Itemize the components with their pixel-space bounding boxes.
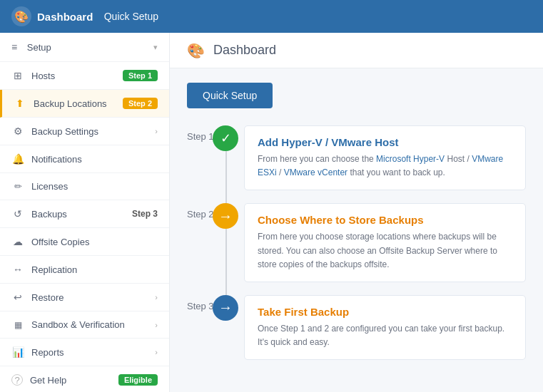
sidebar-item-backup-settings[interactable]: ⚙ Backup Settings › bbox=[0, 118, 169, 145]
replication-label: Replication bbox=[31, 264, 158, 275]
step-3-title: Take First Backup bbox=[258, 306, 512, 318]
get-help-badge: Eligible bbox=[118, 374, 158, 386]
sidebar-item-sandbox-verification[interactable]: ▦ Sandbox & Verification › bbox=[0, 311, 169, 339]
setup-label: Setup bbox=[27, 42, 51, 53]
notifications-icon: 🔔 bbox=[11, 153, 24, 165]
offsite-copies-icon: ☁ bbox=[11, 236, 24, 247]
reports-chevron: › bbox=[155, 348, 158, 356]
replication-icon: ↔ bbox=[11, 264, 24, 275]
restore-icon: ↩ bbox=[11, 292, 24, 303]
sidebar-item-get-help[interactable]: ? Get Help Eligible bbox=[0, 366, 169, 392]
hosts-badge: Step 1 bbox=[123, 70, 158, 81]
sidebar: ≡ Setup ▾ ⊞ Hosts Step 1 ⬆ Backup Locati… bbox=[0, 33, 170, 392]
sidebar-item-restore[interactable]: ↩ Restore › bbox=[0, 284, 169, 311]
content-body: Quick Setup Step 1 ✓ Add Hyper-V / VMwar… bbox=[170, 68, 543, 387]
quick-setup-nav-label[interactable]: Quick Setup bbox=[104, 11, 158, 22]
step-3-card: Take First Backup Once Step 1 and 2 are … bbox=[244, 295, 526, 360]
step-2-title: Choose Where to Store Backups bbox=[258, 214, 512, 226]
main-header-icon: 🎨 bbox=[187, 42, 205, 59]
brand-label: Dashboard bbox=[37, 11, 93, 23]
step-3-entry: Step 3 → Take First Backup Once Step 1 a… bbox=[244, 295, 526, 360]
get-help-label: Get Help bbox=[30, 375, 118, 386]
sidebar-item-backups[interactable]: ↺ Backups Step 3 bbox=[0, 200, 169, 228]
restore-chevron: › bbox=[155, 293, 158, 301]
step-2-entry: Step 2 → Choose Where to Store Backups F… bbox=[244, 203, 526, 282]
sidebar-item-notifications[interactable]: 🔔 Notifications bbox=[0, 145, 169, 173]
notifications-label: Notifications bbox=[31, 154, 158, 165]
sandbox-chevron: › bbox=[155, 321, 158, 329]
get-help-icon: ? bbox=[11, 374, 23, 386]
setup-section-header[interactable]: ≡ Setup ▾ bbox=[0, 33, 169, 62]
hosts-icon: ⊞ bbox=[11, 70, 24, 81]
licenses-icon: ✏ bbox=[11, 181, 24, 192]
brand: 🎨 Dashboard Quick Setup bbox=[0, 6, 170, 26]
dashboard-icon: 🎨 bbox=[11, 6, 31, 26]
backup-settings-chevron: › bbox=[155, 127, 158, 135]
setup-chevron: ▾ bbox=[153, 43, 158, 52]
step-2-desc: From here you choose storage locations w… bbox=[258, 230, 512, 272]
main-header-title: Dashboard bbox=[213, 43, 276, 58]
step-1-label: Step 1 bbox=[187, 131, 214, 142]
step-1-circle: ✓ bbox=[213, 125, 238, 151]
step-2-label: Step 2 bbox=[187, 209, 214, 220]
setup-icon: ≡ bbox=[11, 41, 17, 53]
backup-settings-label: Backup Settings bbox=[31, 126, 155, 137]
restore-label: Restore bbox=[31, 292, 155, 303]
step-1-entry: Step 1 ✓ Add Hyper-V / VMware Host From … bbox=[244, 125, 526, 190]
sidebar-item-hosts[interactable]: ⊞ Hosts Step 1 bbox=[0, 62, 169, 90]
sidebar-item-replication[interactable]: ↔ Replication bbox=[0, 256, 169, 284]
backup-locations-icon: ⬆ bbox=[14, 98, 26, 109]
step-2-card: Choose Where to Store Backups From here … bbox=[244, 203, 526, 282]
step-1-title: Add Hyper-V / VMware Host bbox=[258, 136, 512, 148]
backups-step: Step 3 bbox=[132, 209, 158, 219]
offsite-copies-label: Offsite Copies bbox=[31, 237, 158, 247]
backup-locations-badge: Step 2 bbox=[123, 98, 158, 109]
main-header: 🎨 Dashboard bbox=[170, 33, 543, 68]
steps-container: Step 1 ✓ Add Hyper-V / VMware Host From … bbox=[187, 125, 526, 360]
licenses-label: Licenses bbox=[31, 181, 158, 192]
sidebar-item-backup-locations[interactable]: ⬆ Backup Locations Step 2 bbox=[0, 90, 169, 118]
sandbox-label: Sandbox & Verification bbox=[31, 319, 155, 330]
step-1-card: Add Hyper-V / VMware Host From here you … bbox=[244, 125, 526, 190]
sidebar-item-offsite-copies[interactable]: ☁ Offsite Copies bbox=[0, 228, 169, 256]
layout: ≡ Setup ▾ ⊞ Hosts Step 1 ⬆ Backup Locati… bbox=[0, 33, 543, 392]
step-3-desc: Once Step 1 and 2 are configured you can… bbox=[258, 322, 512, 349]
hosts-label: Hosts bbox=[31, 71, 123, 81]
step-1-highlight-1: Microsoft Hyper-V bbox=[376, 154, 445, 164]
backups-icon: ↺ bbox=[11, 208, 24, 220]
reports-icon: 📊 bbox=[11, 346, 24, 358]
step-1-highlight-3: VMware vCenter bbox=[284, 167, 347, 177]
sidebar-item-reports[interactable]: 📊 Reports › bbox=[0, 339, 169, 366]
backup-locations-label: Backup Locations bbox=[34, 98, 123, 109]
reports-label: Reports bbox=[31, 347, 155, 358]
step-3-circle: → bbox=[213, 295, 238, 321]
step-1-desc: From here you can choose the Microsoft H… bbox=[258, 153, 512, 180]
step-3-label: Step 3 bbox=[187, 301, 214, 311]
main-content: 🎨 Dashboard Quick Setup Step 1 ✓ Add Hyp… bbox=[170, 33, 543, 392]
step-2-circle: → bbox=[213, 203, 238, 229]
backups-label: Backups bbox=[31, 209, 132, 220]
sandbox-icon: ▦ bbox=[11, 320, 24, 330]
quick-setup-button[interactable]: Quick Setup bbox=[187, 83, 273, 108]
top-nav: 🎨 Dashboard Quick Setup bbox=[0, 0, 543, 33]
sidebar-item-licenses[interactable]: ✏ Licenses bbox=[0, 173, 169, 200]
backup-settings-icon: ⚙ bbox=[11, 125, 24, 137]
